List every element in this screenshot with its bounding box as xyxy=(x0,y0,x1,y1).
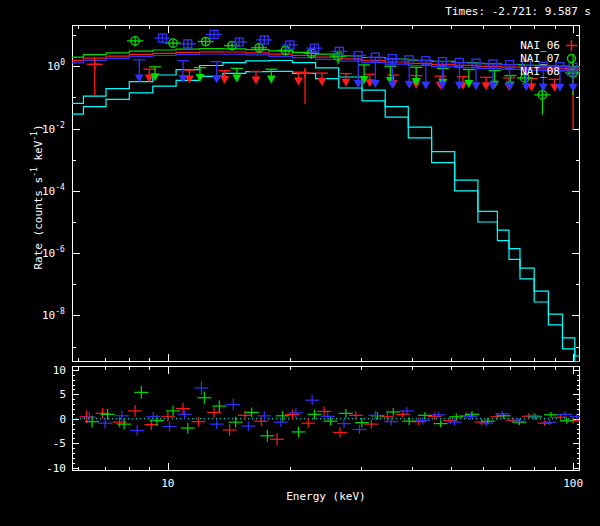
legend-label: NAI_06 xyxy=(520,39,560,52)
xspec-plot-window: 1010010010-210-410-610-8-10-50510 Times:… xyxy=(0,0,600,526)
residuals-nai_06 xyxy=(80,403,581,446)
svg-text:10-4: 10-4 xyxy=(42,183,65,198)
legend-circle-icon xyxy=(565,52,578,65)
svg-text:10-8: 10-8 xyxy=(42,307,65,322)
svg-text:10: 10 xyxy=(53,364,66,377)
x-axis-label: Energy (keV) xyxy=(72,491,580,503)
model-step-lines xyxy=(72,49,580,362)
svg-text:-10: -10 xyxy=(46,462,66,475)
svg-text:0: 0 xyxy=(59,413,66,426)
svg-text:10-6: 10-6 xyxy=(42,245,65,260)
legend-item-nai_06: NAI_06 xyxy=(504,39,578,52)
time-range-label: Times: -2.721: 9.587 s xyxy=(445,6,591,18)
axis-ticks xyxy=(72,25,580,471)
legend-square-icon xyxy=(565,65,578,78)
tick-labels: 1010010010-210-410-610-8-10-50510 xyxy=(42,58,583,490)
legend-plus-icon xyxy=(565,39,578,52)
legend-label: NAI_08 xyxy=(520,65,560,78)
legend-label: NAI_07 xyxy=(520,52,560,65)
detector-legend: NAI_06NAI_07NAI_08 xyxy=(504,39,578,78)
y-axis-label: Rate (counts s-1 keV-1) xyxy=(29,124,45,269)
spectrum-plot-canvas: 1010010010-210-410-610-8-10-50510 xyxy=(0,0,600,526)
legend-item-nai_07: NAI_07 xyxy=(504,52,578,65)
residuals-nai_08 xyxy=(82,381,583,436)
svg-text:100: 100 xyxy=(47,58,65,73)
svg-text:5: 5 xyxy=(59,388,66,401)
step-cyan xyxy=(72,71,580,361)
svg-text:100: 100 xyxy=(563,477,583,490)
step-cyan xyxy=(72,61,580,357)
svg-text:-5: -5 xyxy=(53,437,66,450)
svg-text:10: 10 xyxy=(161,477,174,490)
legend-item-nai_08: NAI_08 xyxy=(504,65,578,78)
residual-points xyxy=(80,381,584,445)
svg-text:10-2: 10-2 xyxy=(42,121,65,136)
